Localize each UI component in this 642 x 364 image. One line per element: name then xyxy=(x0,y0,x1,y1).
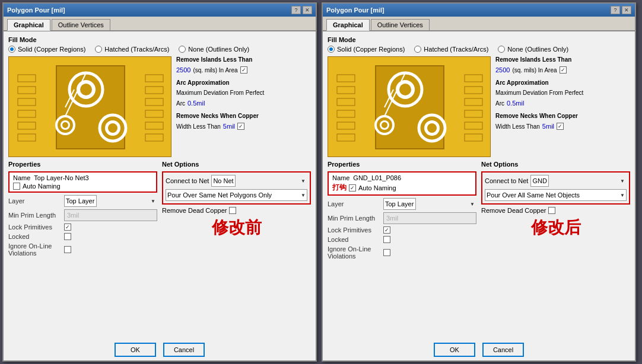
right-settings-panel: Remove Islands Less Than 2500 (sq. mils)… xyxy=(495,56,583,157)
right-radio-solid[interactable]: Solid (Copper Regions) xyxy=(328,46,405,53)
left-necks-label: Remove Necks When Copper xyxy=(176,113,264,119)
left-radio-hatched-label: Hatched (Tracks/Arcs) xyxy=(104,46,169,53)
left-ignore-check[interactable] xyxy=(64,246,71,253)
right-net-options: Net Options Connect to Net GND Pour Over… xyxy=(481,161,630,334)
right-btn-row: OK Cancel xyxy=(323,339,635,360)
left-layer-row: Layer Top Layer xyxy=(8,195,157,207)
right-radio-solid-circle xyxy=(328,46,335,53)
svg-rect-2 xyxy=(18,75,36,82)
left-settings-panel: Remove Islands Less Than 2500 (sq. mils)… xyxy=(176,56,264,157)
right-help-btn[interactable]: ? xyxy=(611,6,620,14)
left-name-label: Name xyxy=(13,174,30,181)
right-tab-graphical[interactable]: Graphical xyxy=(326,19,370,31)
right-auto-naming-check[interactable] xyxy=(349,184,356,191)
right-minprim-input[interactable] xyxy=(383,212,476,224)
left-arc-sublabel: Maximum Deviation From Perfect xyxy=(176,90,264,96)
right-lockprim-label: Lock Primitives xyxy=(328,226,381,234)
right-fill-mode-label: Fill Mode xyxy=(328,36,630,43)
svg-rect-35 xyxy=(465,98,482,106)
right-remove-dead-check[interactable] xyxy=(548,207,555,214)
left-auto-naming-check[interactable] xyxy=(13,183,20,190)
right-ignore-label: Ignore On-Line Violations xyxy=(328,245,381,260)
right-necks-value: 5mil xyxy=(542,123,554,130)
left-layer-select-wrapper: Top Layer xyxy=(64,195,157,207)
left-locked-check[interactable] xyxy=(64,233,71,240)
left-ok-btn[interactable]: OK xyxy=(115,343,156,357)
left-close-btn[interactable]: ✕ xyxy=(303,6,312,14)
left-pour-select[interactable]: Pour Over Same Net Polygons Only xyxy=(166,189,307,201)
left-tab-outline[interactable]: Outline Vertices xyxy=(52,19,110,30)
right-arc-label: Arc Approximation xyxy=(495,79,583,86)
right-connect-select[interactable]: GND xyxy=(530,175,549,187)
left-arc-row: Arc 0.5mil xyxy=(176,100,264,107)
right-prop-title: Properties xyxy=(328,161,476,168)
left-radio-none-circle xyxy=(179,46,186,53)
right-annotation-note: 打钩 xyxy=(332,183,347,193)
right-ok-btn[interactable]: OK xyxy=(434,343,475,357)
left-net-options-box: Connect to Net No Net Pour Over Same Net… xyxy=(162,171,311,205)
left-locked-label: Locked xyxy=(8,233,62,240)
right-remove-islands-check[interactable] xyxy=(560,66,567,74)
right-locked-check[interactable] xyxy=(383,236,390,243)
left-minprim-input[interactable] xyxy=(64,209,157,221)
left-locked-row: Locked xyxy=(8,233,157,240)
svg-rect-33 xyxy=(465,75,482,82)
right-lockprim-check[interactable] xyxy=(383,226,390,234)
svg-rect-38 xyxy=(465,134,482,141)
right-dialog-body: Fill Mode Solid (Copper Regions) Hatched… xyxy=(323,31,635,339)
right-layer-row: Layer Top Layer xyxy=(328,198,476,210)
left-necks-check[interactable] xyxy=(237,123,244,130)
right-auto-naming: 打钩 Auto Naming xyxy=(332,183,472,193)
left-lockprim-check[interactable] xyxy=(64,223,71,231)
right-name-box: Name GND_L01_P086 打钩 Auto Naming xyxy=(328,171,476,196)
left-radio-none[interactable]: None (Outlines Only) xyxy=(179,46,249,53)
right-necks-check[interactable] xyxy=(557,123,564,130)
right-cancel-btn[interactable]: Cancel xyxy=(482,343,524,357)
left-help-btn[interactable]: ? xyxy=(291,6,301,14)
right-annotation: 修改后 xyxy=(481,216,630,239)
left-connect-select[interactable]: No Net xyxy=(211,175,236,187)
left-radio-solid-label: Solid (Copper Regions) xyxy=(18,46,85,53)
left-lockprim-label: Lock Primitives xyxy=(8,223,62,231)
left-layer-select[interactable]: Top Layer xyxy=(64,195,97,207)
right-tab-outline[interactable]: Outline Vertices xyxy=(371,19,430,30)
svg-rect-26 xyxy=(376,66,444,149)
right-close-btn[interactable]: ✕ xyxy=(622,6,631,14)
svg-rect-29 xyxy=(337,98,355,106)
right-radio-solid-label: Solid (Copper Regions) xyxy=(337,46,405,53)
left-tab-graphical[interactable]: Graphical xyxy=(7,19,50,31)
left-radio-hatched[interactable]: Hatched (Tracks/Arcs) xyxy=(95,46,169,53)
right-auto-naming-label: Auto Naming xyxy=(358,184,396,191)
right-pour-select[interactable]: Pour Over All Same Net Objects xyxy=(485,189,627,201)
right-radio-none-circle xyxy=(498,46,505,53)
svg-rect-31 xyxy=(337,122,355,129)
right-ignore-check[interactable] xyxy=(383,249,390,256)
right-radio-none[interactable]: None (Outlines Only) xyxy=(498,46,568,53)
svg-rect-37 xyxy=(465,122,482,129)
left-ignore-row: Ignore On-Line Violations xyxy=(8,242,157,257)
left-name-box: Name Top Layer-No Net3 Auto Naming xyxy=(8,171,157,193)
left-connect-label: Connect to Net xyxy=(166,177,209,184)
svg-rect-28 xyxy=(337,87,355,94)
left-pour-select-wrapper: Pour Over Same Net Polygons Only xyxy=(166,189,307,201)
right-necks-sublabel: Width Less Than xyxy=(495,123,540,130)
right-net-options-box: Connect to Net GND Pour Over All Same Ne… xyxy=(481,171,630,205)
left-name-row: Name Top Layer-No Net3 xyxy=(13,174,152,181)
left-radio-group: Solid (Copper Regions) Hatched (Tracks/A… xyxy=(8,46,311,53)
left-minprim-label: Min Prim Length xyxy=(8,212,62,219)
left-dialog-title: Polygon Pour [mil] xyxy=(7,7,65,14)
svg-rect-13 xyxy=(145,134,163,141)
right-layer-select[interactable]: Top Layer xyxy=(383,198,416,210)
right-title-bar: Polygon Pour [mil] ? ✕ xyxy=(323,4,635,17)
left-preview-area: Remove Islands Less Than 2500 (sq. mils)… xyxy=(8,56,311,157)
left-remove-dead-check[interactable] xyxy=(229,207,236,214)
right-ignore-row: Ignore On-Line Violations xyxy=(328,245,476,260)
left-radio-solid[interactable]: Solid (Copper Regions) xyxy=(8,46,85,53)
left-layer-label: Layer xyxy=(8,197,62,205)
left-tab-bar: Graphical Outline Vertices xyxy=(4,17,316,31)
svg-rect-6 xyxy=(18,122,36,129)
right-radio-hatched[interactable]: Hatched (Tracks/Arcs) xyxy=(414,46,488,53)
left-remove-islands-check[interactable] xyxy=(240,66,247,74)
left-pcb-preview xyxy=(8,56,171,157)
left-cancel-btn[interactable]: Cancel xyxy=(163,343,205,357)
